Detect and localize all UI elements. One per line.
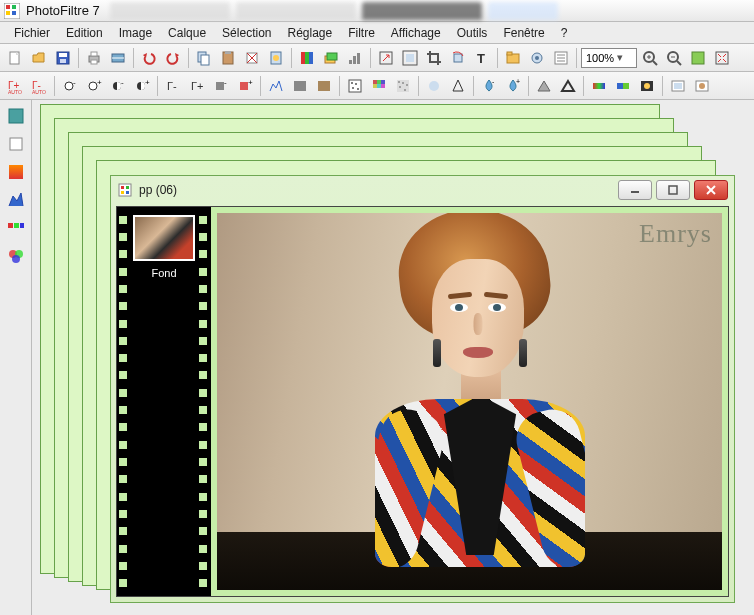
svg-text:Γ+: Γ+ <box>191 80 203 92</box>
svg-text:-: - <box>224 78 227 87</box>
histogram-icon[interactable] <box>344 47 366 69</box>
menu-edition[interactable]: Edition <box>58 24 111 42</box>
svg-rect-99 <box>674 83 682 89</box>
svg-text:+: + <box>248 78 253 87</box>
rgb-channels-icon[interactable] <box>296 47 318 69</box>
scanner-icon[interactable] <box>107 47 129 69</box>
edge-icon[interactable] <box>557 75 579 97</box>
explorer-icon[interactable] <box>502 47 524 69</box>
fit-icon[interactable] <box>711 47 733 69</box>
relief-icon[interactable] <box>533 75 555 97</box>
menu-selection[interactable]: Sélection <box>214 24 279 42</box>
dither-icon[interactable] <box>344 75 366 97</box>
svg-point-88 <box>399 86 401 88</box>
save-icon[interactable] <box>52 47 74 69</box>
minimize-button[interactable] <box>618 180 652 200</box>
text-icon[interactable]: T <box>471 47 493 69</box>
close-button[interactable] <box>694 180 728 200</box>
brightness-minus-icon[interactable]: - <box>59 75 81 97</box>
menu-image[interactable]: Image <box>111 24 160 42</box>
svg-rect-107 <box>20 223 24 228</box>
document-titlebar[interactable]: pp (06) <box>111 176 734 204</box>
saturation-minus-icon[interactable]: - <box>210 75 232 97</box>
cut-icon[interactable] <box>241 47 263 69</box>
left-tool-palette <box>0 100 32 615</box>
drop-plus-icon[interactable]: + <box>502 75 524 97</box>
svg-text:+: + <box>516 78 520 85</box>
swap-icon[interactable] <box>612 75 634 97</box>
svg-text:AUTO: AUTO <box>32 89 46 94</box>
svg-point-77 <box>357 88 359 90</box>
gamma-up-icon[interactable]: Γ+ <box>186 75 208 97</box>
contrast-plus-icon[interactable]: + <box>131 75 153 97</box>
gamma-minus-icon[interactable]: Γ-AUTO <box>28 75 50 97</box>
blur-icon[interactable] <box>423 75 445 97</box>
svg-text:T: T <box>477 51 485 66</box>
module-icon[interactable] <box>667 75 689 97</box>
redo-icon[interactable] <box>162 47 184 69</box>
canvas-size-icon[interactable] <box>399 47 421 69</box>
sharpen-icon[interactable] <box>447 75 469 97</box>
svg-rect-67 <box>216 82 224 90</box>
open-file-icon[interactable] <box>28 47 50 69</box>
drop-minus-icon[interactable]: - <box>478 75 500 97</box>
undo-icon[interactable] <box>138 47 160 69</box>
menu-outils[interactable]: Outils <box>449 24 496 42</box>
swatch-tool-icon[interactable] <box>6 218 26 238</box>
paste-special-icon[interactable] <box>265 47 287 69</box>
menu-fenetre[interactable]: Fenêtre <box>495 24 552 42</box>
fullscreen-icon[interactable] <box>687 47 709 69</box>
menu-fichier[interactable]: Fichier <box>6 24 58 42</box>
gamma-down-icon[interactable]: Γ- <box>162 75 184 97</box>
maximize-button[interactable] <box>656 180 690 200</box>
crop-icon[interactable] <box>423 47 445 69</box>
mosaic-icon[interactable] <box>368 75 390 97</box>
noise-icon[interactable] <box>392 75 414 97</box>
layers-icon[interactable] <box>320 47 342 69</box>
canvas-viewport[interactable]: Emrys <box>211 207 728 596</box>
zoom-in-icon[interactable] <box>639 47 661 69</box>
brightness-plus-icon[interactable]: + <box>83 75 105 97</box>
automation-icon[interactable] <box>526 47 548 69</box>
photomask-icon[interactable] <box>636 75 658 97</box>
menu-bar: Fichier Edition Image Calque Sélection R… <box>0 22 754 44</box>
gradient-bar-icon[interactable] <box>588 75 610 97</box>
svg-rect-11 <box>91 60 97 64</box>
selection-tool-icon[interactable] <box>6 106 26 126</box>
svg-rect-81 <box>373 84 377 88</box>
layer-tool-icon[interactable] <box>6 134 26 154</box>
histogram-tool2-icon[interactable] <box>6 190 26 210</box>
zoom-out-icon[interactable] <box>663 47 685 69</box>
print-icon[interactable] <box>83 47 105 69</box>
svg-rect-15 <box>201 55 209 65</box>
contrast-minus-icon[interactable]: - <box>107 75 129 97</box>
saturation-plus-icon[interactable]: + <box>234 75 256 97</box>
svg-rect-10 <box>91 52 97 56</box>
new-file-icon[interactable] <box>4 47 26 69</box>
resize-icon[interactable] <box>375 47 397 69</box>
layer-thumbnail[interactable] <box>133 215 195 261</box>
copy-icon[interactable] <box>193 47 215 69</box>
svg-rect-114 <box>121 191 124 194</box>
menu-affichage[interactable]: Affichage <box>383 24 449 42</box>
menu-calque[interactable]: Calque <box>160 24 214 42</box>
grayscale-icon[interactable] <box>289 75 311 97</box>
preferences-icon[interactable] <box>550 47 572 69</box>
svg-rect-37 <box>507 52 512 55</box>
svg-rect-30 <box>357 53 360 64</box>
menu-reglage[interactable]: Réglage <box>279 24 340 42</box>
gradient-tool-icon[interactable] <box>6 162 26 182</box>
paste-icon[interactable] <box>217 47 239 69</box>
svg-rect-4 <box>12 11 16 15</box>
rotate-icon[interactable] <box>447 47 469 69</box>
zoom-select[interactable]: 100%▾ <box>581 48 637 68</box>
sepia-icon[interactable] <box>313 75 335 97</box>
menu-filtre[interactable]: Filtre <box>340 24 383 42</box>
color-wheel-icon[interactable] <box>6 246 26 266</box>
document-window: pp (06) Fond <box>110 175 735 603</box>
histogram-tool-icon[interactable] <box>265 75 287 97</box>
module2-icon[interactable] <box>691 75 713 97</box>
svg-rect-27 <box>327 53 337 60</box>
menu-help[interactable]: ? <box>553 24 576 42</box>
gamma-plus-icon[interactable]: Γ+AUTO <box>4 75 26 97</box>
